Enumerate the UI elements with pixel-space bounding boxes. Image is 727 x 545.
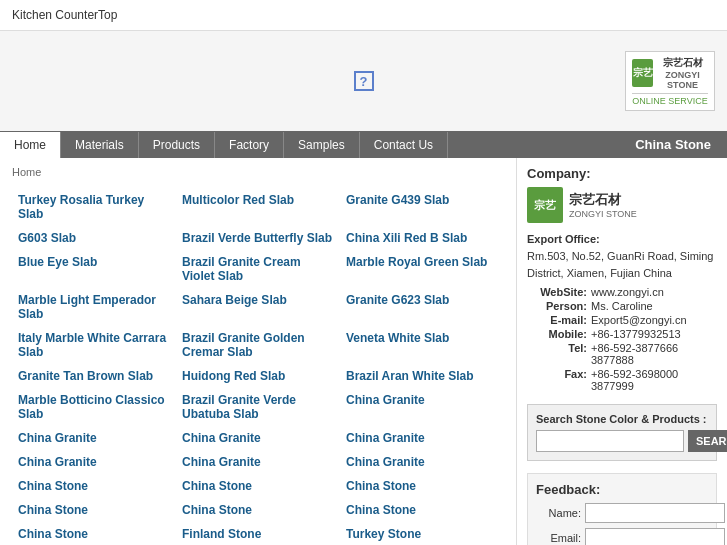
nav-right-label: China Stone	[619, 131, 727, 158]
company-logo-icon: 宗艺	[632, 59, 653, 87]
mobile-row: Mobile: +86-13779932513	[527, 328, 717, 340]
product-item[interactable]: Brazil Verde Butterfly Slab	[176, 226, 340, 250]
company-logo-sub: ZONGYI STONE	[569, 209, 637, 219]
page-title: Kitchen CounterTop	[12, 8, 117, 22]
product-item[interactable]: Blue Eye Slab	[12, 250, 176, 288]
product-item[interactable]: China Stone	[340, 474, 504, 498]
product-item[interactable]: Marble Botticino Classico Slab	[12, 388, 176, 426]
product-item[interactable]: Turkey Rosalia Turkey Slab	[12, 188, 176, 226]
product-item[interactable]: Veneta White Slab	[340, 326, 504, 364]
feedback-section: Feedback: Name: Email:	[527, 473, 717, 545]
person-value: Ms. Caroline	[591, 300, 717, 312]
email2-row: Email:	[536, 528, 708, 545]
product-item[interactable]: Huidong Red Slab	[176, 364, 340, 388]
nav-item-factory[interactable]: Factory	[215, 132, 284, 158]
company-badge: 宗艺 宗艺石材 ZONGYI STONE ONLINE SERVICE	[625, 51, 715, 111]
export-office-title: Export Office:	[527, 233, 717, 245]
product-item[interactable]: China Granite	[176, 426, 340, 450]
nav-item-samples[interactable]: Samples	[284, 132, 360, 158]
product-item[interactable]: Brazil Aran White Slab	[340, 364, 504, 388]
product-item[interactable]: Finland Stone	[176, 522, 340, 545]
nav-left: Home Materials Products Factory Samples …	[0, 132, 448, 158]
nav-item-products[interactable]: Products	[139, 132, 215, 158]
search-button[interactable]: SEARCH	[688, 430, 727, 452]
name-input[interactable]	[585, 503, 725, 523]
company-logo-name: 宗艺石材	[569, 191, 637, 209]
person-label: Person:	[527, 300, 587, 312]
feedback-title: Feedback:	[536, 482, 708, 497]
search-label: Search Stone Color & Products :	[536, 413, 708, 425]
product-item[interactable]: Granite Tan Brown Slab	[12, 364, 176, 388]
email2-label: Email:	[536, 532, 581, 544]
tel-label: Tel:	[527, 342, 587, 366]
email2-input[interactable]	[585, 528, 725, 545]
fax-value: +86-592-3698000 3877999	[591, 368, 717, 392]
main-content: Home Turkey Rosalia Turkey SlabMulticolo…	[0, 158, 727, 545]
product-item[interactable]: China Granite	[12, 450, 176, 474]
product-item[interactable]: Brazil Granite Cream Violet Slab	[176, 250, 340, 288]
product-item[interactable]: Marble Royal Green Slab	[340, 250, 504, 288]
name-row: Name:	[536, 503, 708, 523]
product-item[interactable]: China Xili Red B Slab	[340, 226, 504, 250]
search-input[interactable]	[536, 430, 684, 452]
product-item[interactable]: China Stone	[12, 474, 176, 498]
nav-item-home[interactable]: Home	[0, 132, 61, 158]
product-item[interactable]: Brazil Granite Golden Cremar Slab	[176, 326, 340, 364]
mobile-label: Mobile:	[527, 328, 587, 340]
product-item[interactable]: China Stone	[340, 498, 504, 522]
sidebar: Company: 宗艺 宗艺石材 ZONGYI STONE Export Off…	[517, 158, 727, 545]
contact-section: Export Office: Rm.503, No.52, GuanRi Roa…	[527, 233, 717, 392]
fax-label: Fax:	[527, 368, 587, 392]
website-row: WebSite: www.zongyi.cn	[527, 286, 717, 298]
export-address: Rm.503, No.52, GuanRi Road, Siming Distr…	[527, 248, 717, 281]
website-value: www.zongyi.cn	[591, 286, 717, 298]
product-item[interactable]: Sahara Beige Slab	[176, 288, 340, 326]
email-value: Export5@zongyi.cn	[591, 314, 717, 326]
banner-question-icon: ?	[354, 71, 374, 91]
nav-item-contact[interactable]: Contact Us	[360, 132, 448, 158]
search-row: SEARCH	[536, 430, 708, 452]
product-item[interactable]: G603 Slab	[12, 226, 176, 250]
product-item[interactable]: China Granite	[176, 450, 340, 474]
email-row: E-mail: Export5@zongyi.cn	[527, 314, 717, 326]
product-item[interactable]: Marble Light Emperador Slab	[12, 288, 176, 326]
product-item[interactable]: China Stone	[176, 498, 340, 522]
company-logo: 宗艺 宗艺石材 ZONGYI STONE	[527, 187, 717, 223]
product-item[interactable]: China Granite	[340, 450, 504, 474]
tel-value: +86-592-3877666 3877888	[591, 342, 717, 366]
product-item[interactable]: China Stone	[176, 474, 340, 498]
header: Kitchen CounterTop	[0, 0, 727, 31]
company-name-zh: 宗艺石材	[657, 56, 708, 70]
product-item[interactable]: China Stone	[12, 522, 176, 545]
nav-item-materials[interactable]: Materials	[61, 132, 139, 158]
product-item[interactable]: China Stone	[12, 498, 176, 522]
content-area: Home Turkey Rosalia Turkey SlabMulticolo…	[0, 158, 517, 545]
banner: ? 宗艺 宗艺石材 ZONGYI STONE ONLINE SERVICE	[0, 31, 727, 131]
name-label: Name:	[536, 507, 581, 519]
person-row: Person: Ms. Caroline	[527, 300, 717, 312]
product-item[interactable]: Multicolor Red Slab	[176, 188, 340, 226]
product-item[interactable]: Granite G623 Slab	[340, 288, 504, 326]
email-label: E-mail:	[527, 314, 587, 326]
company-name-en: ZONGYI STONE	[657, 70, 708, 90]
search-section: Search Stone Color & Products : SEARCH	[527, 404, 717, 461]
breadcrumb: Home	[12, 166, 504, 178]
fax-row: Fax: +86-592-3698000 3877999	[527, 368, 717, 392]
company-logo-icon-sidebar: 宗艺	[527, 187, 563, 223]
product-item[interactable]: China Granite	[340, 388, 504, 426]
navigation: Home Materials Products Factory Samples …	[0, 131, 727, 158]
mobile-value: +86-13779932513	[591, 328, 717, 340]
product-item[interactable]: China Granite	[12, 426, 176, 450]
product-item[interactable]: China Granite	[340, 426, 504, 450]
product-item[interactable]: Brazil Granite Verde Ubatuba Slab	[176, 388, 340, 426]
product-item[interactable]: Granite G439 Slab	[340, 188, 504, 226]
website-label: WebSite:	[527, 286, 587, 298]
product-item[interactable]: Italy Marble White Carrara Slab	[12, 326, 176, 364]
product-item[interactable]: Turkey Stone	[340, 522, 504, 545]
products-grid: Turkey Rosalia Turkey SlabMulticolor Red…	[12, 188, 504, 545]
tel-row: Tel: +86-592-3877666 3877888	[527, 342, 717, 366]
online-service-label: ONLINE SERVICE	[632, 93, 708, 106]
company-section-title: Company:	[527, 166, 717, 181]
